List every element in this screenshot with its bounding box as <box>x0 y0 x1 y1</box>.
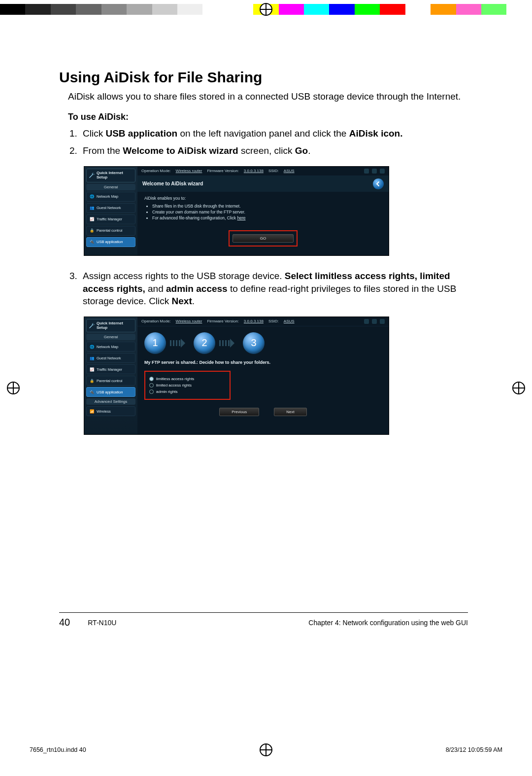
sidebar-item-guest-network[interactable]: 👥 Guest Network <box>86 353 135 363</box>
go-button[interactable]: GO <box>233 234 294 243</box>
sidebar-item-network-map[interactable]: 🌐 Network Map <box>86 192 135 202</box>
wizard-step-1: 1 <box>144 332 166 354</box>
globe-icon: 🌐 <box>89 344 95 350</box>
gauge-icon: 📈 <box>89 366 95 372</box>
sidebar-item-guest-network[interactable]: 👥 Guest Network <box>86 203 135 213</box>
page-footer: 40 RT-N10U Chapter 4: Network configurat… <box>59 612 468 628</box>
sidebar-item-quick-internet-setup[interactable]: Quick Internet Setup <box>86 319 135 333</box>
intro-text: AiDisk allows you to share files stored … <box>68 91 468 103</box>
router-sidebar: Quick Internet Setup General 🌐 Network M… <box>84 317 137 434</box>
wand-icon <box>89 323 95 329</box>
sidebar-item-quick-internet-setup[interactable]: Quick Internet Setup <box>86 169 135 182</box>
arrow-icon <box>170 339 190 348</box>
radio-icon <box>149 377 154 381</box>
page-number: 40 <box>59 617 70 628</box>
gauge-icon: 📈 <box>89 216 95 222</box>
globe-icon: 🌐 <box>89 194 95 200</box>
sidebar-item-traffic-manager[interactable]: 📈 Traffic Manager <box>86 364 135 374</box>
usb-icon: 🔌 <box>89 389 95 395</box>
sidebar-section-general: General <box>86 184 135 190</box>
router-topbar: Operation Mode: Wireless router Firmware… <box>137 317 389 326</box>
registration-mark-icon <box>7 382 20 394</box>
users-icon: 👥 <box>89 355 95 361</box>
chapter-label: Chapter 4: Network configuration using t… <box>308 619 468 627</box>
sidebar-item-usb-application[interactable]: 🔌 USB application <box>86 387 135 397</box>
wizard-step-2: 2 <box>194 332 215 354</box>
feature-bullet: Share files in the USB disk through the … <box>152 204 382 209</box>
sidebar-item-parental-control[interactable]: 🔒 Parental control <box>86 376 135 386</box>
sidebar-section-advanced: Advanced Settings <box>86 398 135 405</box>
step-2: From the Welcome to AiDisk wizard screen… <box>80 144 468 157</box>
sidebar-item-traffic-manager[interactable]: 📈 Traffic Manager <box>86 214 135 224</box>
arrow-icon <box>219 339 239 348</box>
users-icon: 👥 <box>89 205 95 211</box>
radio-icon <box>149 383 154 388</box>
go-highlight: GO <box>229 230 298 247</box>
previous-button[interactable]: Previous <box>219 408 259 416</box>
router-topbar: Operation Mode: Wireless router Firmware… <box>137 167 389 176</box>
here-link[interactable]: here <box>237 215 245 220</box>
subheading: To use AiDisk: <box>68 112 468 122</box>
wand-icon <box>89 173 95 178</box>
usb-icon: 🔌 <box>89 239 95 245</box>
topbar-status-icons <box>364 169 385 174</box>
back-button[interactable] <box>373 178 384 189</box>
step-3: Assign access rights to the USB storage … <box>80 270 468 308</box>
indd-datetime: 8/23/12 10:05:59 AM <box>446 746 502 753</box>
sidebar-item-usb-application[interactable]: 🔌 USB application <box>86 237 135 247</box>
lock-icon: 🔒 <box>89 378 95 384</box>
feature-bullet: For advanced file-sharing configuration,… <box>152 215 382 220</box>
sidebar-item-network-map[interactable]: 🌐 Network Map <box>86 342 135 352</box>
topbar-status-icons <box>364 319 385 324</box>
ftp-share-text: My FTP server is shared.: Decide how to … <box>137 360 389 369</box>
indd-file: 7656_rtn10u.indd 40 <box>30 746 86 753</box>
next-button[interactable]: Next <box>274 408 306 416</box>
back-arrow-icon <box>375 181 381 187</box>
step-1: Click USB application on the left naviga… <box>80 127 468 140</box>
model-name: RT-N10U <box>88 619 116 627</box>
indesign-slug: 7656_rtn10u.indd 40 8/23/12 10:05:59 AM <box>30 746 502 753</box>
screenshot-aidisk-access-rights: Quick Internet Setup General 🌐 Network M… <box>84 317 389 435</box>
access-rights-highlight: limitless access rights limited access r… <box>144 371 231 400</box>
page-title: Using AiDisk for File Sharing <box>59 69 468 86</box>
panel-title: Welcome to AiDisk wizard <box>142 181 203 186</box>
router-sidebar: Quick Internet Setup General 🌐 Network M… <box>84 167 137 255</box>
screenshot-aidisk-welcome: Quick Internet Setup General 🌐 Network M… <box>84 166 389 256</box>
sidebar-section-general: General <box>86 334 135 340</box>
feature-bullet: Create your own domain name for the FTP … <box>152 210 382 214</box>
enables-text: AiDisk enables you to: <box>144 196 382 201</box>
registration-mark-icon <box>512 382 525 394</box>
radio-icon <box>149 389 154 394</box>
registration-mark-icon <box>260 3 272 16</box>
lock-icon: 🔒 <box>89 228 95 234</box>
wizard-step-3: 3 <box>243 332 265 354</box>
wifi-icon: 📶 <box>89 408 95 414</box>
radio-limited[interactable]: limited access rights <box>149 383 226 388</box>
sidebar-item-parental-control[interactable]: 🔒 Parental control <box>86 226 135 236</box>
radio-admin[interactable]: admin rights <box>149 389 226 394</box>
radio-limitless[interactable]: limitless access rights <box>149 377 226 381</box>
sidebar-item-wireless[interactable]: 📶 Wireless <box>86 406 135 416</box>
